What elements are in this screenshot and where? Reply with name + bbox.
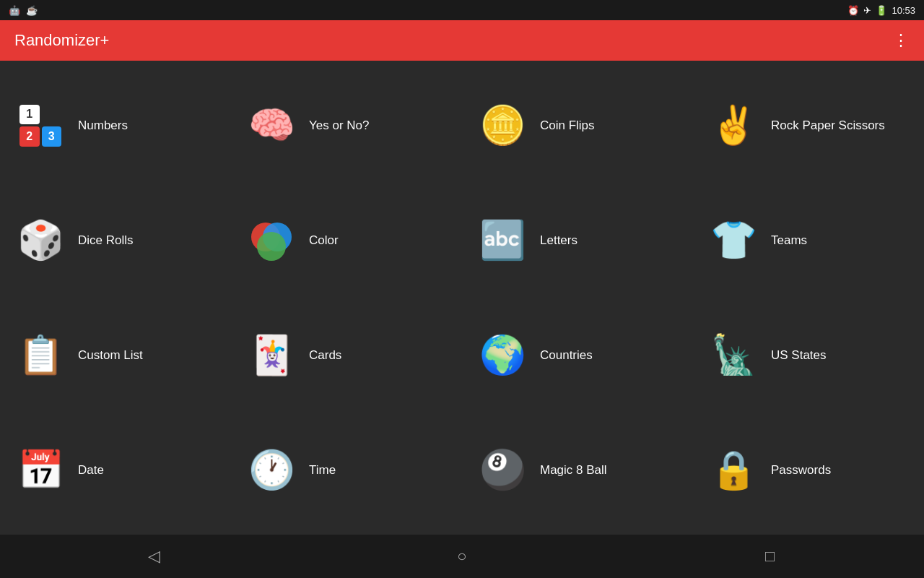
letters-label: Letters	[540, 233, 578, 248]
dice-rolls-label: Dice Rolls	[78, 233, 134, 248]
dice-rolls-icon: 🎲	[14, 215, 66, 267]
countries-label: Countries	[540, 348, 593, 363]
time-label: Time	[309, 463, 336, 478]
teams-label: Teams	[771, 233, 807, 248]
airplane-icon: ✈	[863, 5, 871, 16]
cards-label: Cards	[309, 348, 341, 363]
alarm-icon: ⏰	[847, 5, 859, 16]
grid-item-countries[interactable]: 🌍 Countries	[462, 298, 693, 413]
grid-item-magic-8-ball[interactable]: 🎱 Magic 8 Ball	[462, 413, 693, 527]
app-bar: Randomizer+ ⋮	[0, 20, 924, 61]
status-bar: 🤖 ☕ ⏰ ✈ 🔋 10:53	[0, 0, 924, 20]
notification-icon: ☕	[26, 5, 38, 16]
battery-icon: 🔋	[876, 5, 887, 16]
back-button[interactable]: ◁	[132, 542, 175, 571]
color-label: Color	[309, 233, 339, 248]
numbers-icon: 1 2 3	[14, 100, 66, 152]
recents-button[interactable]: □	[749, 542, 792, 571]
grid-item-coin-flips[interactable]: 🪙 Coin Flips	[462, 68, 693, 183]
custom-list-icon: 📋	[14, 329, 66, 381]
coin-flips-icon: 🪙	[476, 100, 528, 152]
passwords-label: Passwords	[771, 463, 831, 478]
teams-icon: 👕	[707, 215, 759, 267]
grid-item-rock-paper-scissors[interactable]: ✌️ Rock Paper Scissors	[693, 68, 924, 183]
magic-8-ball-icon: 🎱	[476, 444, 528, 496]
magic-8-ball-label: Magic 8 Ball	[540, 463, 607, 478]
grid-item-passwords[interactable]: 🔒 Passwords	[693, 413, 924, 527]
grid-item-yes-or-no[interactable]: 🧠 Yes or No?	[231, 68, 462, 183]
navigation-bar: ◁ ○ □	[0, 535, 924, 578]
grid-item-dice-rolls[interactable]: 🎲 Dice Rolls	[0, 183, 231, 298]
rock-paper-scissors-label: Rock Paper Scissors	[771, 118, 885, 133]
grid-item-us-states[interactable]: 🗽 US States	[693, 298, 924, 413]
grid-item-color[interactable]: Color	[231, 183, 462, 298]
grid-item-custom-list[interactable]: 📋 Custom List	[0, 298, 231, 413]
android-icon: 🤖	[9, 5, 20, 16]
grid-item-numbers[interactable]: 1 2 3 Numbers	[0, 68, 231, 183]
grid-item-teams[interactable]: 👕 Teams	[693, 183, 924, 298]
app-title: Randomizer+	[14, 31, 109, 50]
time-icon: 🕐	[245, 444, 297, 496]
grid-item-time[interactable]: 🕐 Time	[231, 413, 462, 527]
overflow-menu-button[interactable]: ⋮	[893, 31, 910, 50]
status-bar-left: 🤖 ☕	[9, 5, 38, 16]
custom-list-label: Custom List	[78, 348, 143, 363]
us-states-label: US States	[771, 348, 827, 363]
countries-icon: 🌍	[476, 329, 528, 381]
grid-item-cards[interactable]: 🃏 Cards	[231, 298, 462, 413]
cards-icon: 🃏	[245, 329, 297, 381]
yes-or-no-icon: 🧠	[245, 100, 297, 152]
yes-or-no-label: Yes or No?	[309, 118, 369, 133]
status-bar-right: ⏰ ✈ 🔋 10:53	[847, 5, 915, 16]
coin-flips-label: Coin Flips	[540, 118, 595, 133]
numbers-label: Numbers	[78, 118, 128, 133]
us-states-icon: 🗽	[707, 329, 759, 381]
grid-item-date[interactable]: 📅 Date	[0, 413, 231, 527]
grid-item-letters[interactable]: 🔤 Letters	[462, 183, 693, 298]
letters-icon: 🔤	[476, 215, 528, 267]
date-label: Date	[78, 463, 104, 478]
main-grid: 1 2 3 Numbers 🧠 Yes or No? 🪙 Coin Flips …	[0, 61, 924, 535]
time-display: 10:53	[892, 5, 915, 16]
passwords-icon: 🔒	[707, 444, 759, 496]
color-icon	[245, 215, 297, 267]
svg-point-2	[257, 232, 286, 261]
home-button[interactable]: ○	[440, 542, 484, 571]
rock-paper-scissors-icon: ✌️	[707, 100, 759, 152]
date-icon: 📅	[14, 444, 66, 496]
